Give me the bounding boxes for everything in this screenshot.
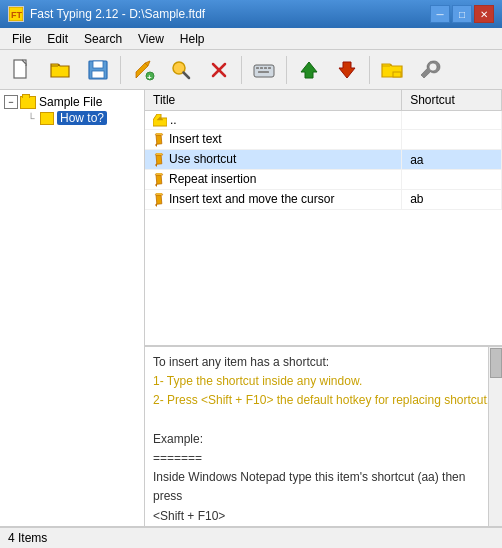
description-content: To insert any item has a shortcut:1- Typ… xyxy=(153,353,494,526)
open-button[interactable] xyxy=(42,53,78,87)
tree-root[interactable]: − Sample File xyxy=(4,94,140,110)
desc-line: Inside Windows Notepad type this item's … xyxy=(153,468,494,506)
table-row[interactable]: Insert text and move the cursorab xyxy=(145,189,502,209)
add-button[interactable]: + xyxy=(125,53,161,87)
svg-marker-31 xyxy=(155,173,163,175)
cell-title: Insert text and move the cursor xyxy=(145,189,402,209)
table-row[interactable]: Repeat insertion xyxy=(145,169,502,189)
open-icon xyxy=(48,58,72,82)
move-down-button[interactable] xyxy=(329,53,365,87)
tree-children: └ How to? xyxy=(24,110,140,126)
cell-shortcut xyxy=(402,130,502,150)
close-button[interactable]: ✕ xyxy=(474,5,494,23)
separator-2 xyxy=(241,56,242,84)
tree-root-label: Sample File xyxy=(39,95,102,109)
items-table: Title Shortcut .. Insert text Use shortc… xyxy=(145,90,502,210)
svg-rect-4 xyxy=(93,61,103,68)
settings-button[interactable] xyxy=(412,53,448,87)
cell-shortcut: ab xyxy=(402,189,502,209)
pencil-icon xyxy=(153,132,169,146)
col-title: Title xyxy=(145,90,402,111)
desc-line: <Shift + F10> xyxy=(153,507,494,526)
item-count: 4 Items xyxy=(8,531,47,545)
svg-rect-15 xyxy=(264,67,267,69)
cell-shortcut: aa xyxy=(402,150,502,170)
table-row[interactable]: Use shortcutaa xyxy=(145,150,502,170)
save-icon xyxy=(86,58,110,82)
svg-rect-20 xyxy=(393,72,401,77)
svg-rect-16 xyxy=(268,67,271,69)
tree-expand-icon[interactable]: − xyxy=(4,95,18,109)
cell-title: Repeat insertion xyxy=(145,169,402,189)
menu-bar: File Edit Search View Help xyxy=(0,28,502,50)
tree-child-item[interactable]: └ How to? xyxy=(24,110,140,126)
svg-text:FT: FT xyxy=(11,10,22,20)
scroll-thumb[interactable] xyxy=(490,348,502,378)
svg-rect-33 xyxy=(156,194,162,203)
svg-rect-14 xyxy=(260,67,263,69)
menu-view[interactable]: View xyxy=(130,30,172,48)
scroll-bar[interactable] xyxy=(488,347,502,526)
table-row[interactable]: Insert text xyxy=(145,130,502,150)
title-bar: FT Fast Typing 2.12 - D:\Sample.ftdf ─ □… xyxy=(0,0,502,28)
delete-button[interactable] xyxy=(201,53,237,87)
svg-marker-18 xyxy=(301,62,317,78)
svg-line-9 xyxy=(184,72,190,78)
new-icon xyxy=(10,58,34,82)
svg-marker-34 xyxy=(155,193,163,195)
search-icon xyxy=(169,58,193,82)
app-icon: FT xyxy=(8,6,24,22)
pencil-icon xyxy=(153,172,169,186)
cell-shortcut xyxy=(402,169,502,189)
menu-edit[interactable]: Edit xyxy=(39,30,76,48)
delete-icon xyxy=(207,58,231,82)
svg-rect-5 xyxy=(92,71,104,78)
maximize-button[interactable]: □ xyxy=(452,5,472,23)
cell-title: Use shortcut xyxy=(145,150,402,170)
description-area: To insert any item has a shortcut:1- Typ… xyxy=(145,346,502,526)
folder-up-icon xyxy=(153,113,170,127)
tree-child-label: How to? xyxy=(57,111,107,125)
svg-rect-17 xyxy=(258,71,269,73)
svg-rect-13 xyxy=(256,67,259,69)
search-button[interactable] xyxy=(163,53,199,87)
desc-line xyxy=(153,411,494,430)
desc-line: To insert any item has a shortcut: xyxy=(153,353,494,372)
desc-line: Example: xyxy=(153,430,494,449)
tree-panel: − Sample File └ How to? xyxy=(0,90,145,526)
menu-help[interactable]: Help xyxy=(172,30,213,48)
down-arrow-icon xyxy=(335,58,359,82)
cell-shortcut xyxy=(402,111,502,130)
new-button[interactable] xyxy=(4,53,40,87)
menu-search[interactable]: Search xyxy=(76,30,130,48)
up-arrow-icon xyxy=(297,58,321,82)
move-up-button[interactable] xyxy=(291,53,327,87)
pencil-icon xyxy=(153,192,169,206)
svg-rect-24 xyxy=(156,135,162,144)
menu-file[interactable]: File xyxy=(4,30,39,48)
right-panel: Title Shortcut .. Insert text Use shortc… xyxy=(145,90,502,526)
keyboard-icon xyxy=(252,58,276,82)
status-bar: 4 Items xyxy=(0,526,502,548)
root-folder-icon xyxy=(20,96,36,109)
save-button[interactable] xyxy=(80,53,116,87)
cell-title: .. xyxy=(145,111,402,130)
keyboard-button[interactable] xyxy=(246,53,282,87)
child-folder-icon xyxy=(40,112,54,125)
svg-marker-25 xyxy=(155,133,163,135)
separator-1 xyxy=(120,56,121,84)
folder-button[interactable] xyxy=(374,53,410,87)
desc-line: 1- Type the shortcut inside any window. xyxy=(153,372,494,391)
col-shortcut: Shortcut xyxy=(402,90,502,111)
separator-3 xyxy=(286,56,287,84)
window-controls: ─ □ ✕ xyxy=(430,5,494,23)
pencil-icon xyxy=(153,152,169,166)
table-area[interactable]: Title Shortcut .. Insert text Use shortc… xyxy=(145,90,502,346)
table-row[interactable]: .. xyxy=(145,111,502,130)
svg-rect-30 xyxy=(156,175,162,184)
minimize-button[interactable]: ─ xyxy=(430,5,450,23)
svg-rect-27 xyxy=(156,155,162,164)
window-title: Fast Typing 2.12 - D:\Sample.ftdf xyxy=(30,7,430,21)
svg-marker-28 xyxy=(155,153,163,155)
folder-icon xyxy=(380,58,404,82)
